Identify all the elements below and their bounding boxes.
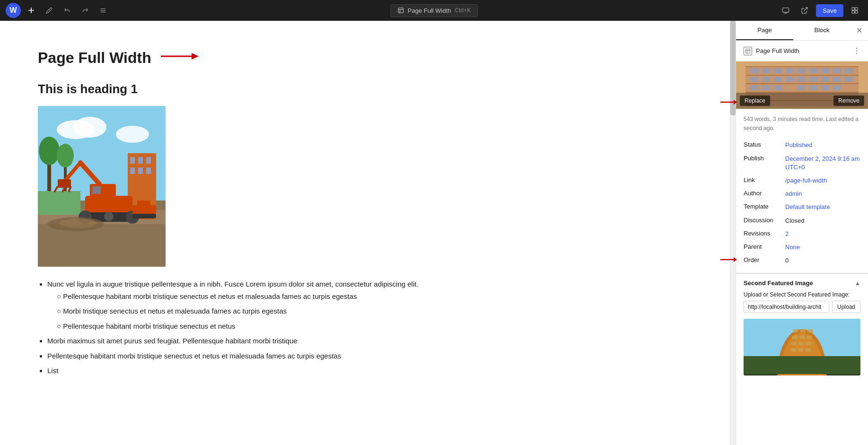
- status-row: Status Published: [744, 139, 860, 152]
- svg-rect-6: [783, 8, 789, 12]
- sub-list: Pellentesque habitant morbi tristique se…: [47, 290, 692, 332]
- panel-close-button[interactable]: ✕: [850, 21, 868, 40]
- svg-rect-100: [791, 342, 797, 346]
- svg-rect-105: [805, 348, 810, 352]
- meta-section: 543 words, 3 minutes read time. Last edi…: [736, 109, 868, 273]
- svg-point-18: [73, 117, 106, 138]
- page-title-text[interactable]: Page Full Width: [38, 49, 151, 67]
- publish-value[interactable]: December 2, 2024 9:16 am UTC+0: [785, 155, 860, 172]
- svg-rect-98: [799, 336, 805, 340]
- panel-wrapper: Page Block ✕ Page Full Width ⋮: [736, 21, 868, 445]
- svg-marker-15: [192, 53, 199, 60]
- list-view-button[interactable]: [96, 3, 111, 18]
- second-featured-title: Second Featured Image: [744, 279, 813, 287]
- external-view-button[interactable]: [797, 3, 812, 18]
- parent-value[interactable]: None: [785, 243, 800, 252]
- discussion-value: Closed: [785, 217, 804, 225]
- svg-rect-102: [806, 342, 811, 346]
- author-value[interactable]: admin: [785, 190, 802, 198]
- meta-text: 543 words, 3 minutes read time. Last edi…: [744, 115, 860, 133]
- svg-rect-77: [833, 68, 841, 73]
- publish-row: Publish December 2, 2024 9:16 am UTC+0: [744, 152, 860, 174]
- svg-rect-62: [745, 75, 859, 76]
- editor-area: Page Full Width This is heading 1: [0, 21, 730, 445]
- svg-rect-67: [762, 68, 771, 73]
- svg-rect-99: [807, 336, 812, 340]
- desktop-view-button[interactable]: [778, 3, 793, 18]
- toolbar: W Page Full Width Ctrl+K Save: [0, 0, 868, 21]
- svg-rect-106: [744, 356, 860, 374]
- svg-rect-96: [807, 329, 813, 333]
- toolbar-center: Page Full Width Ctrl+K: [390, 4, 478, 17]
- panel-content: Page Full Width ⋮: [736, 41, 868, 445]
- featured-image-container: Replace Remove: [736, 61, 868, 109]
- add-block-button[interactable]: [24, 3, 39, 18]
- revisions-label: Revisions: [744, 230, 781, 237]
- link-value[interactable]: /page-full-width: [785, 176, 827, 185]
- page-info-label: Page Full Width: [408, 7, 451, 14]
- panel-header: Page Block ✕: [736, 21, 868, 41]
- revisions-row: Revisions 2: [744, 227, 860, 241]
- list-item-text: Nunc vel ligula in augue tristique pelle…: [47, 280, 419, 288]
- list-item: Morbi maximus sit amet purus sed feugiat…: [47, 335, 692, 347]
- edit-mode-button[interactable]: [42, 3, 57, 18]
- status-label: Status: [744, 141, 781, 148]
- svg-rect-29: [138, 157, 143, 164]
- svg-rect-101: [798, 342, 804, 346]
- svg-rect-72: [774, 77, 782, 82]
- svg-rect-76: [821, 68, 829, 73]
- kebab-menu-button[interactable]: ⋮: [853, 46, 860, 55]
- svg-rect-79: [798, 77, 806, 82]
- publish-label: Publish: [744, 155, 781, 162]
- svg-rect-75: [809, 68, 817, 73]
- svg-rect-87: [798, 85, 806, 90]
- upload-url-input[interactable]: [744, 301, 829, 313]
- replace-image-button[interactable]: Replace: [740, 96, 770, 106]
- arrow-indicator-title: [161, 49, 199, 67]
- svg-line-9: [804, 8, 807, 11]
- section-title-text: Page Full Width: [756, 47, 799, 54]
- upload-button[interactable]: Upload: [832, 301, 860, 313]
- svg-rect-104: [798, 348, 803, 352]
- editor-scrollbar[interactable]: [730, 21, 736, 445]
- heading-1: This is heading 1: [38, 82, 692, 96]
- undo-button[interactable]: [60, 3, 75, 18]
- keyboard-shortcut: Ctrl+K: [455, 7, 471, 14]
- toolbar-left: W: [6, 3, 111, 18]
- svg-rect-70: [750, 77, 759, 82]
- list-item: Nunc vel ligula in augue tristique pelle…: [47, 278, 692, 332]
- svg-rect-82: [833, 77, 841, 82]
- svg-rect-30: [146, 157, 151, 164]
- svg-rect-12: [852, 11, 854, 13]
- wp-logo[interactable]: W: [6, 3, 21, 18]
- section-title-row: Second Featured Image ▲: [744, 279, 860, 287]
- page-info-button[interactable]: Page Full Width Ctrl+K: [390, 4, 478, 17]
- svg-rect-61: [745, 66, 859, 67]
- template-value[interactable]: Default template: [785, 203, 830, 211]
- link-label: Link: [744, 176, 781, 183]
- svg-rect-33: [146, 167, 151, 174]
- author-label: Author: [744, 190, 781, 197]
- svg-point-24: [39, 137, 60, 165]
- svg-rect-71: [762, 77, 771, 82]
- svg-rect-88: [809, 85, 817, 90]
- redo-button[interactable]: [78, 3, 93, 18]
- svg-rect-80: [809, 77, 817, 82]
- save-button[interactable]: Save: [816, 4, 843, 17]
- main-container: Page Full Width This is heading 1: [0, 21, 868, 445]
- svg-rect-56: [746, 49, 750, 53]
- sub-list-item: Pellentesque habitant morbi tristique se…: [57, 290, 692, 303]
- remove-image-button[interactable]: Remove: [833, 96, 864, 106]
- collapse-section-button[interactable]: ▲: [855, 280, 860, 287]
- status-value[interactable]: Published: [785, 141, 812, 149]
- options-button[interactable]: [847, 3, 862, 18]
- svg-point-46: [104, 212, 114, 221]
- template-row: Template Default template: [744, 201, 860, 214]
- svg-rect-84: [750, 85, 759, 90]
- featured-image-overlay: Replace Remove: [736, 93, 868, 109]
- revisions-value[interactable]: 2: [785, 230, 789, 238]
- svg-rect-69: [786, 68, 794, 73]
- tab-page[interactable]: Page: [736, 21, 793, 40]
- tab-block[interactable]: Block: [793, 21, 850, 40]
- svg-rect-74: [798, 68, 806, 73]
